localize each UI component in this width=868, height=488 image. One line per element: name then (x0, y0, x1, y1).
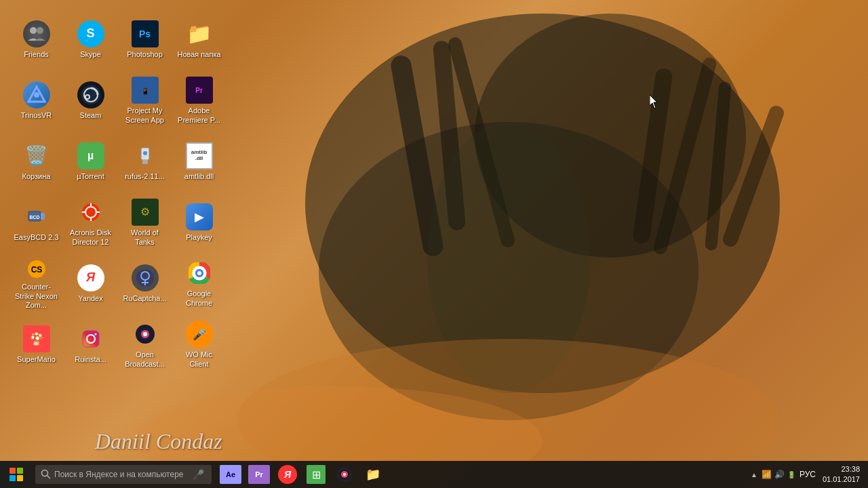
friends-icon (23, 20, 50, 47)
language-indicator[interactable]: РУС (800, 470, 816, 479)
desktop-icon-acronis[interactable]: Acronis Disk Director 12 (65, 194, 116, 251)
tray-expand-button[interactable]: ▲ (751, 471, 757, 479)
premiere-icon: Pr (186, 77, 213, 104)
volume-icon[interactable]: 🔊 (774, 470, 785, 479)
desktop-icon-playkey[interactable]: ▶ Playkey (174, 194, 224, 251)
tray-icons-area: 📶 🔊 🔋 (762, 470, 795, 479)
photoshop-icon: Ps (132, 20, 159, 47)
utorrent-icon: µ (77, 142, 104, 169)
svg-point-20 (86, 96, 89, 98)
rufus-label: rufus-2.11... (125, 172, 165, 181)
project-icon: 📱 (132, 77, 159, 104)
svg-point-58 (343, 473, 346, 476)
windows-logo-icon (9, 468, 23, 481)
desktop-icon-skype[interactable]: S Skype (65, 11, 116, 68)
calculator-icon: ⊞ (307, 465, 326, 484)
project-label: Project My Screen App (122, 106, 167, 124)
clock-time: 23:38 (841, 464, 860, 474)
new-folder-icon: 📁 (186, 20, 213, 47)
wot-label: World of Tanks (122, 228, 167, 246)
desktop-icon-photoshop[interactable]: Ps Photoshop (119, 11, 170, 68)
desktop-icon-ruinsta[interactable]: Ruinsta... (65, 316, 116, 373)
desktop-icon-wo-mic[interactable]: 🎤 WO Mic Client (174, 316, 224, 373)
yandex-browser-icon: Я (278, 465, 297, 484)
skype-icon: S (77, 20, 104, 47)
desktop-icon-steam[interactable]: Steam (65, 72, 116, 129)
desktop-icon-easybcd[interactable]: BCD EasyBCD 2.3 (11, 194, 62, 251)
desktop-icon-new-folder[interactable]: 📁 Новая папка (174, 11, 224, 68)
rucaptcha-label: RuCaptcha... (123, 294, 166, 303)
desktop-icon-trinusvr[interactable]: TrinusVR (11, 72, 62, 129)
svg-point-16 (34, 92, 39, 98)
rufus-icon (132, 142, 159, 169)
friends-label: Friends (24, 50, 49, 59)
svg-text:BCD: BCD (29, 215, 39, 220)
yandex-label: Yandex (78, 294, 103, 303)
svg-rect-24 (142, 160, 148, 164)
csnexon-label: Counter-Strike Nexon Zom... (14, 283, 59, 310)
search-input[interactable] (54, 470, 190, 479)
desktop-icon-rucaptcha[interactable]: RuCaptcha... (119, 255, 170, 312)
taskbar-search-bar[interactable]: 🎤 (35, 465, 212, 484)
search-icon (41, 469, 52, 480)
supermario-label: SuperMario (17, 355, 56, 364)
taskbar-after-effects[interactable]: Ae (217, 461, 244, 488)
microphone-icon: 🎤 (193, 469, 204, 480)
trash-icon: 🗑️ (23, 142, 50, 169)
ruinsta-label: Ruinsta... (75, 355, 106, 364)
svg-text:⚙: ⚙ (140, 206, 150, 218)
skype-label: Skype (80, 50, 101, 59)
svg-rect-27 (41, 213, 45, 220)
file-explorer-icon: 📁 (366, 467, 380, 482)
taskbar-calculator[interactable]: ⊞ (302, 461, 330, 488)
obs-icon (132, 321, 159, 348)
obs-taskbar-icon (335, 465, 354, 484)
amtlib-label: amtlib.dll (184, 172, 214, 181)
wo-mic-label: WO Mic Client (176, 350, 222, 368)
easybcd-label: EasyBCD 2.3 (14, 233, 58, 242)
svg-point-25 (143, 151, 147, 155)
svg-point-13 (30, 27, 37, 34)
desktop-icon-trash[interactable]: 🗑️ Корзина (11, 133, 62, 190)
playkey-icon: ▶ (186, 203, 213, 230)
wot-icon: ⚙ (132, 199, 159, 226)
battery-icon[interactable]: 🔋 (787, 471, 795, 479)
system-clock[interactable]: 23:38 01.01.2017 (820, 464, 863, 485)
desktop-icon-friends[interactable]: Friends (11, 11, 62, 68)
taskbar-yandex-browser[interactable]: Я (274, 461, 301, 488)
desktop-icon-amtlib[interactable]: amtlib .dll amtlib.dll (174, 133, 224, 190)
desktop-icon-wot[interactable]: ⚙ World of Tanks (119, 194, 170, 251)
desktop-icon-csnexon[interactable]: CS Counter-Strike Nexon Zom... (11, 255, 62, 312)
yandex-icon: Я (77, 264, 104, 291)
after-effects-icon: Ae (220, 465, 241, 484)
network-icon[interactable]: 📶 (762, 470, 772, 479)
desktop-icon-supermario[interactable]: 🍄 SuperMario (11, 316, 62, 373)
trinusvr-label: TrinusVR (21, 111, 52, 120)
amtlib-icon: amtlib .dll (186, 142, 213, 169)
trinusvr-icon (23, 81, 50, 108)
start-button[interactable] (0, 461, 33, 488)
desktop-icon-project[interactable]: 📱 Project My Screen App (119, 72, 170, 129)
svg-rect-47 (83, 331, 99, 347)
taskbar-file-explorer[interactable]: 📁 (359, 461, 387, 488)
desktop-icon-premiere[interactable]: Pr Adobe Premiere P... (174, 72, 224, 129)
premiere-taskbar-icon: Pr (248, 465, 270, 484)
trash-label: Корзина (22, 172, 51, 181)
desktop-icon-yandex[interactable]: Я Yandex (65, 255, 116, 312)
svg-text:📱: 📱 (141, 87, 150, 96)
playkey-label: Playkey (186, 233, 212, 242)
taskbar-obs[interactable] (331, 461, 358, 488)
desktop-icon-rufus[interactable]: rufus-2.11... (119, 133, 170, 190)
acronis-label: Acronis Disk Director 12 (68, 228, 113, 246)
taskbar: 🎤 Ae Pr Я ⊞ 📁 (0, 461, 868, 488)
svg-point-54 (42, 470, 48, 476)
desktop: Friends S Skype Ps Photoshop 📁 Новая пап… (0, 0, 868, 488)
svg-line-55 (47, 476, 51, 479)
desktop-icon-utorrent[interactable]: µ µTorrent (65, 133, 116, 190)
taskbar-premiere[interactable]: Pr (245, 461, 273, 488)
desktop-icon-obs[interactable]: Open Broadcast... (119, 316, 170, 373)
svg-point-49 (94, 333, 96, 335)
steam-label: Steam (80, 111, 102, 120)
desktop-icon-chrome[interactable]: Google Chrome (174, 255, 224, 312)
svg-point-46 (197, 271, 201, 275)
